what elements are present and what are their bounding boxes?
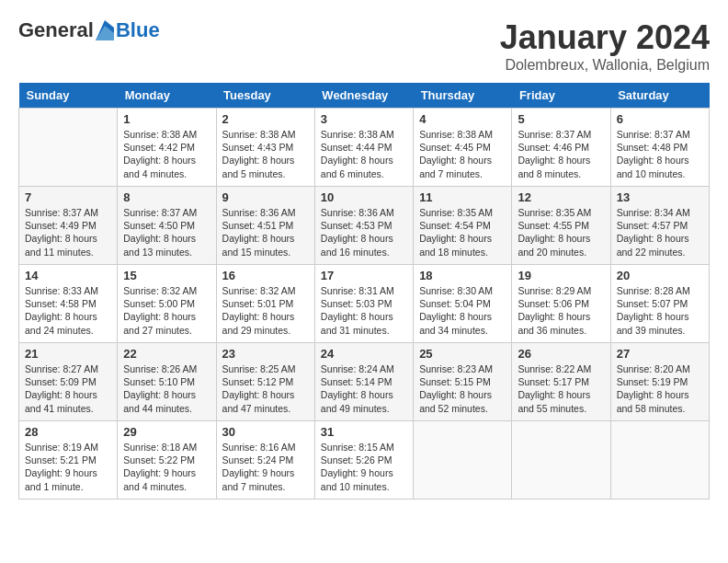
col-friday: Friday — [512, 83, 610, 109]
day-number: 13 — [617, 190, 703, 204]
day-number: 15 — [123, 269, 210, 282]
table-row — [610, 421, 709, 500]
day-info: Sunrise: 8:18 AMSunset: 5:22 PMDaylight:… — [123, 441, 210, 493]
table-row — [512, 421, 610, 500]
day-info: Sunrise: 8:37 AMSunset: 4:50 PMDaylight:… — [123, 206, 210, 259]
day-number: 10 — [321, 190, 407, 204]
day-number: 7 — [25, 190, 111, 204]
day-info: Sunrise: 8:22 AMSunset: 5:17 PMDaylight:… — [518, 362, 604, 415]
col-tuesday: Tuesday — [216, 83, 314, 109]
day-number: 29 — [123, 425, 210, 439]
week-row-4: 21Sunrise: 8:27 AMSunset: 5:09 PMDayligh… — [19, 343, 710, 421]
location: Dolembreux, Wallonia, Belgium — [500, 57, 710, 74]
col-thursday: Thursday — [414, 83, 512, 109]
table-row: 8Sunrise: 8:37 AMSunset: 4:50 PMDaylight… — [118, 187, 216, 265]
table-row: 25Sunrise: 8:23 AMSunset: 5:15 PMDayligh… — [414, 343, 512, 421]
table-row: 10Sunrise: 8:36 AMSunset: 4:53 PMDayligh… — [314, 187, 413, 265]
table-row: 24Sunrise: 8:24 AMSunset: 5:14 PMDayligh… — [314, 343, 413, 421]
table-row: 15Sunrise: 8:32 AMSunset: 5:00 PMDayligh… — [118, 265, 216, 343]
day-number: 8 — [123, 190, 210, 204]
calendar-table: Sunday Monday Tuesday Wednesday Thursday… — [18, 83, 710, 500]
day-info: Sunrise: 8:32 AMSunset: 5:00 PMDaylight:… — [123, 284, 210, 337]
day-info: Sunrise: 8:28 AMSunset: 5:07 PMDaylight:… — [617, 284, 703, 337]
table-row: 2Sunrise: 8:38 AMSunset: 4:43 PMDaylight… — [216, 109, 314, 187]
day-info: Sunrise: 8:37 AMSunset: 4:48 PMDaylight:… — [617, 128, 703, 180]
day-number: 5 — [518, 112, 604, 126]
day-info: Sunrise: 8:34 AMSunset: 4:57 PMDaylight:… — [617, 206, 703, 259]
table-row: 4Sunrise: 8:38 AMSunset: 4:45 PMDaylight… — [414, 109, 512, 187]
day-number: 28 — [25, 425, 111, 439]
day-info: Sunrise: 8:29 AMSunset: 5:06 PMDaylight:… — [518, 284, 604, 337]
day-info: Sunrise: 8:37 AMSunset: 4:46 PMDaylight:… — [518, 128, 604, 180]
day-number: 12 — [518, 190, 604, 204]
day-number: 31 — [321, 425, 407, 439]
title-block: January 2024 Dolembreux, Wallonia, Belgi… — [500, 18, 710, 74]
day-number: 20 — [617, 269, 703, 282]
week-row-2: 7Sunrise: 8:37 AMSunset: 4:49 PMDaylight… — [19, 187, 710, 265]
day-info: Sunrise: 8:35 AMSunset: 4:55 PMDaylight:… — [518, 206, 604, 259]
day-number: 4 — [419, 112, 506, 126]
table-row: 3Sunrise: 8:38 AMSunset: 4:44 PMDaylight… — [314, 109, 413, 187]
day-number: 30 — [222, 425, 309, 439]
day-info: Sunrise: 8:38 AMSunset: 4:45 PMDaylight:… — [419, 128, 506, 180]
day-number: 16 — [222, 269, 309, 282]
logo: General Blue — [18, 18, 160, 42]
day-info: Sunrise: 8:38 AMSunset: 4:44 PMDaylight:… — [321, 128, 407, 180]
day-number: 21 — [25, 347, 111, 361]
day-info: Sunrise: 8:37 AMSunset: 4:49 PMDaylight:… — [25, 206, 111, 259]
table-row: 31Sunrise: 8:15 AMSunset: 5:26 PMDayligh… — [314, 421, 413, 500]
table-row: 13Sunrise: 8:34 AMSunset: 4:57 PMDayligh… — [610, 187, 709, 265]
day-number: 18 — [419, 269, 506, 282]
table-row: 20Sunrise: 8:28 AMSunset: 5:07 PMDayligh… — [610, 265, 709, 343]
day-number: 11 — [419, 190, 506, 204]
col-saturday: Saturday — [610, 83, 709, 109]
table-row: 28Sunrise: 8:19 AMSunset: 5:21 PMDayligh… — [19, 421, 118, 500]
day-number: 6 — [617, 112, 703, 126]
table-row: 9Sunrise: 8:36 AMSunset: 4:51 PMDaylight… — [216, 187, 314, 265]
day-number: 9 — [222, 190, 309, 204]
col-sunday: Sunday — [19, 83, 118, 109]
day-number: 14 — [25, 269, 111, 282]
day-info: Sunrise: 8:15 AMSunset: 5:26 PMDaylight:… — [321, 441, 407, 493]
day-number: 19 — [518, 269, 604, 282]
table-row: 14Sunrise: 8:33 AMSunset: 4:58 PMDayligh… — [19, 265, 118, 343]
day-info: Sunrise: 8:33 AMSunset: 4:58 PMDaylight:… — [25, 284, 111, 337]
day-info: Sunrise: 8:27 AMSunset: 5:09 PMDaylight:… — [25, 362, 111, 415]
table-row: 6Sunrise: 8:37 AMSunset: 4:48 PMDaylight… — [610, 109, 709, 187]
day-number: 25 — [419, 347, 506, 361]
day-number: 17 — [321, 269, 407, 282]
day-number: 24 — [321, 347, 407, 361]
day-info: Sunrise: 8:32 AMSunset: 5:01 PMDaylight:… — [222, 284, 309, 337]
day-number: 2 — [222, 112, 309, 126]
week-row-3: 14Sunrise: 8:33 AMSunset: 4:58 PMDayligh… — [19, 265, 710, 343]
day-number: 26 — [518, 347, 604, 361]
day-info: Sunrise: 8:19 AMSunset: 5:21 PMDaylight:… — [25, 441, 111, 493]
table-row: 22Sunrise: 8:26 AMSunset: 5:10 PMDayligh… — [118, 343, 216, 421]
table-row: 29Sunrise: 8:18 AMSunset: 5:22 PMDayligh… — [118, 421, 216, 500]
month-title: January 2024 — [500, 18, 710, 57]
day-number: 22 — [123, 347, 210, 361]
header: General Blue January 2024 Dolembreux, Wa… — [18, 18, 710, 74]
day-info: Sunrise: 8:38 AMSunset: 4:43 PMDaylight:… — [222, 128, 309, 180]
day-info: Sunrise: 8:36 AMSunset: 4:51 PMDaylight:… — [222, 206, 309, 259]
table-row: 11Sunrise: 8:35 AMSunset: 4:54 PMDayligh… — [414, 187, 512, 265]
table-row — [19, 109, 118, 187]
day-info: Sunrise: 8:25 AMSunset: 5:12 PMDaylight:… — [222, 362, 309, 415]
logo-blue: Blue — [116, 18, 160, 42]
table-row: 1Sunrise: 8:38 AMSunset: 4:42 PMDaylight… — [118, 109, 216, 187]
table-row: 18Sunrise: 8:30 AMSunset: 5:04 PMDayligh… — [414, 265, 512, 343]
day-info: Sunrise: 8:23 AMSunset: 5:15 PMDaylight:… — [419, 362, 506, 415]
col-monday: Monday — [118, 83, 216, 109]
day-info: Sunrise: 8:36 AMSunset: 4:53 PMDaylight:… — [321, 206, 407, 259]
table-row: 26Sunrise: 8:22 AMSunset: 5:17 PMDayligh… — [512, 343, 610, 421]
week-row-5: 28Sunrise: 8:19 AMSunset: 5:21 PMDayligh… — [19, 421, 710, 500]
table-row: 5Sunrise: 8:37 AMSunset: 4:46 PMDaylight… — [512, 109, 610, 187]
table-row: 23Sunrise: 8:25 AMSunset: 5:12 PMDayligh… — [216, 343, 314, 421]
header-row: Sunday Monday Tuesday Wednesday Thursday… — [19, 83, 710, 109]
table-row: 19Sunrise: 8:29 AMSunset: 5:06 PMDayligh… — [512, 265, 610, 343]
day-number: 3 — [321, 112, 407, 126]
table-row: 21Sunrise: 8:27 AMSunset: 5:09 PMDayligh… — [19, 343, 118, 421]
day-number: 1 — [123, 112, 210, 126]
logo-general: General — [18, 18, 94, 42]
table-row: 7Sunrise: 8:37 AMSunset: 4:49 PMDaylight… — [19, 187, 118, 265]
